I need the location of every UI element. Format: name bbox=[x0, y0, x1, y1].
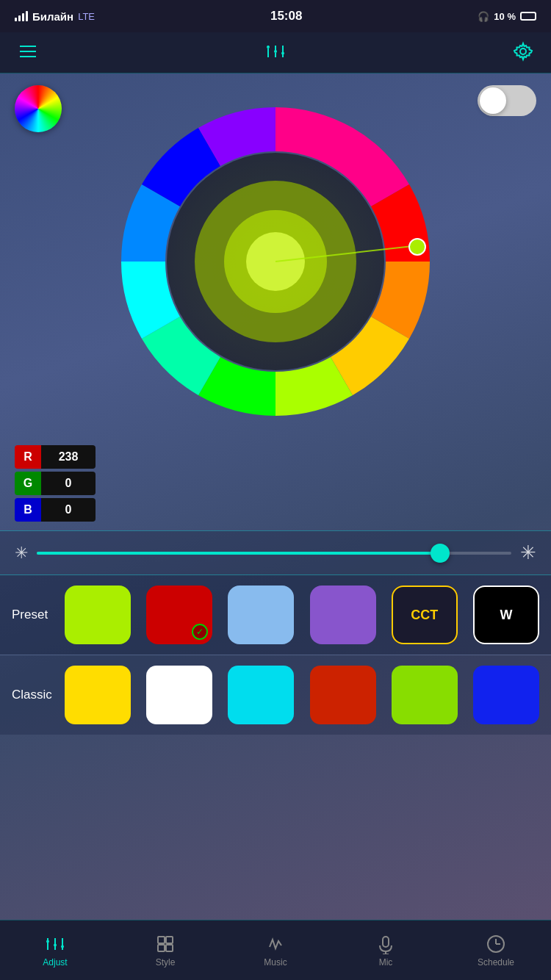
tab-bar: Adjust Style Music Mic bbox=[0, 920, 551, 980]
preset-swatch-3[interactable] bbox=[310, 586, 376, 644]
preset-section: Preset ✓ CCT W bbox=[0, 575, 551, 655]
classic-swatch-0[interactable] bbox=[65, 666, 131, 724]
svg-point-20 bbox=[409, 239, 425, 255]
preset-label: Preset bbox=[12, 608, 56, 622]
r-row: R 238 bbox=[15, 445, 536, 469]
classic-swatch-1[interactable] bbox=[146, 666, 212, 724]
schedule-tab-label: Schedule bbox=[478, 957, 514, 968]
wheel-container[interactable] bbox=[15, 85, 536, 430]
preset-checkmark: ✓ bbox=[192, 624, 208, 640]
g-row: G 0 bbox=[15, 472, 536, 495]
svg-rect-31 bbox=[166, 937, 173, 943]
signal-icon bbox=[15, 11, 28, 21]
brightness-fill bbox=[37, 552, 440, 555]
svg-point-29 bbox=[61, 945, 64, 948]
tab-schedule[interactable]: Schedule bbox=[441, 934, 551, 968]
main-content: R 238 G 0 B 0 ✳ ✳ Preset ✓ bbox=[0, 73, 551, 920]
svg-point-12 bbox=[520, 48, 526, 54]
menu-icon bbox=[18, 41, 38, 62]
brightness-max-icon: ✳ bbox=[520, 541, 536, 564]
tab-adjust[interactable]: Adjust bbox=[0, 934, 110, 968]
classic-swatches bbox=[65, 666, 539, 724]
classic-label: Classic bbox=[12, 688, 56, 702]
preset-swatches: ✓ CCT W bbox=[65, 586, 539, 644]
carrier-label: Билайн bbox=[32, 10, 73, 23]
classic-swatch-4[interactable] bbox=[392, 666, 458, 724]
brightness-track[interactable] bbox=[37, 552, 511, 555]
svg-rect-32 bbox=[158, 945, 165, 951]
g-label: G bbox=[15, 472, 41, 495]
svg-rect-30 bbox=[158, 937, 165, 943]
preset-swatch-w[interactable]: W bbox=[473, 586, 539, 644]
schedule-tab-icon bbox=[486, 934, 506, 954]
color-wheel[interactable] bbox=[107, 93, 444, 430]
adjust-tab-label: Adjust bbox=[43, 957, 67, 968]
status-time: 15:08 bbox=[270, 9, 302, 24]
music-tab-icon bbox=[265, 934, 286, 954]
music-tab-label: Music bbox=[264, 957, 287, 968]
cct-label: CCT bbox=[392, 586, 458, 644]
mic-tab-label: Mic bbox=[379, 957, 393, 968]
menu-button[interactable] bbox=[18, 41, 38, 65]
classic-swatch-2[interactable] bbox=[228, 666, 294, 724]
preset-swatch-2[interactable] bbox=[228, 586, 294, 644]
adjust-tab-icon bbox=[45, 934, 65, 954]
r-label: R bbox=[15, 445, 41, 469]
tab-mic[interactable]: Mic bbox=[331, 934, 441, 968]
equalizer-icon bbox=[265, 41, 286, 62]
settings-icon bbox=[513, 41, 533, 62]
settings-button[interactable] bbox=[513, 41, 533, 65]
w-label: W bbox=[473, 586, 539, 644]
tab-music[interactable]: Music bbox=[220, 934, 331, 968]
classic-section: Classic bbox=[0, 655, 551, 735]
rgb-values: R 238 G 0 B 0 bbox=[0, 438, 551, 530]
status-left: Билайн LTE bbox=[15, 10, 95, 23]
b-row: B 0 bbox=[15, 498, 536, 522]
preset-swatch-1[interactable]: ✓ bbox=[146, 586, 212, 644]
svg-point-5 bbox=[267, 46, 270, 48]
brightness-section: ✳ ✳ bbox=[0, 531, 551, 574]
r-value[interactable]: 238 bbox=[41, 445, 96, 469]
g-value[interactable]: 0 bbox=[41, 472, 96, 495]
svg-point-23 bbox=[46, 940, 49, 943]
svg-rect-33 bbox=[166, 945, 173, 951]
preset-swatch-cct[interactable]: CCT bbox=[392, 586, 458, 644]
style-tab-label: Style bbox=[156, 957, 176, 968]
svg-point-8 bbox=[274, 50, 277, 53]
brightness-min-icon: ✳ bbox=[15, 544, 28, 563]
battery-icon bbox=[520, 12, 536, 21]
color-wheel-section bbox=[0, 73, 551, 438]
classic-swatch-3[interactable] bbox=[310, 666, 376, 724]
b-value[interactable]: 0 bbox=[41, 498, 96, 522]
mic-tab-icon bbox=[375, 934, 396, 954]
svg-rect-34 bbox=[383, 937, 389, 947]
status-right: 🎧 10 % bbox=[478, 11, 536, 22]
network-type: LTE bbox=[78, 11, 95, 22]
brightness-thumb[interactable] bbox=[431, 544, 450, 563]
headphone-icon: 🎧 bbox=[478, 11, 489, 22]
tab-style[interactable]: Style bbox=[110, 934, 220, 968]
b-label: B bbox=[15, 498, 41, 522]
svg-point-26 bbox=[54, 943, 57, 946]
classic-swatch-5[interactable] bbox=[473, 666, 539, 724]
style-tab-icon bbox=[155, 934, 176, 954]
battery-percent: 10 % bbox=[494, 11, 516, 22]
equalizer-button[interactable] bbox=[265, 41, 286, 65]
svg-point-11 bbox=[281, 51, 284, 54]
top-nav bbox=[0, 32, 551, 73]
preset-swatch-0[interactable] bbox=[65, 586, 131, 644]
status-bar: Билайн LTE 15:08 🎧 10 % bbox=[0, 0, 551, 32]
